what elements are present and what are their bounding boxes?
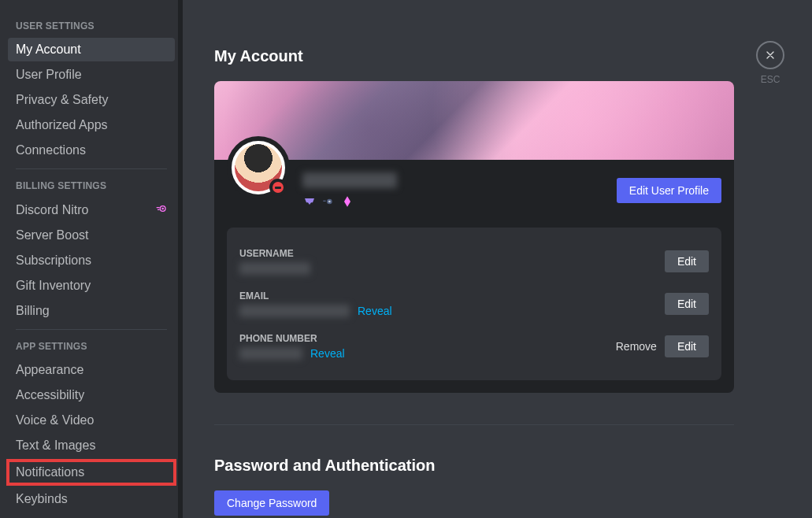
close-icon: [764, 49, 777, 61]
badge-row: [302, 194, 617, 209]
svg-rect-4: [323, 201, 325, 202]
sidebar-item-notifications[interactable]: Notifications: [6, 459, 176, 486]
sidebar-item-label: Notifications: [16, 465, 84, 479]
sidebar-item-authorized-apps[interactable]: Authorized Apps: [8, 113, 175, 137]
sidebar-item-label: Text & Images: [16, 438, 95, 453]
svg-point-3: [328, 201, 331, 203]
details-card: USERNAME Edit EMAIL Reveal Edit: [227, 228, 721, 380]
username-label: USERNAME: [239, 248, 665, 259]
sidebar-item-appearance[interactable]: Appearance: [8, 358, 175, 382]
dnd-status-icon: [269, 179, 287, 196]
sidebar-item-accessibility[interactable]: Accessibility: [8, 383, 175, 407]
sidebar-item-my-account[interactable]: My Account: [8, 38, 175, 61]
sidebar-item-connections[interactable]: Connections: [8, 139, 175, 162]
sidebar-item-gift-inventory[interactable]: Gift Inventory: [8, 274, 175, 298]
sidebar-item-privacy-safety[interactable]: Privacy & Safety: [8, 88, 175, 112]
sidebar-item-billing[interactable]: Billing: [8, 299, 175, 323]
account-card: Edit User Profile USERNAME Edit EMAIL Re…: [214, 81, 734, 393]
reveal-email-link[interactable]: Reveal: [358, 305, 392, 317]
sidebar-item-label: Gift Inventory: [16, 279, 91, 293]
edit-email-button[interactable]: Edit: [665, 293, 709, 315]
profile-info: [302, 172, 617, 209]
remove-phone-link[interactable]: Remove: [616, 340, 657, 353]
settings-content: ESC My Account Edit User Profile: [183, 0, 812, 518]
sidebar-item-label: Connections: [16, 143, 86, 157]
avatar: [227, 136, 290, 199]
close-button[interactable]: [756, 41, 784, 69]
profile-row: Edit User Profile: [214, 160, 734, 221]
email-value: [239, 305, 350, 317]
boost-badge-icon: [340, 194, 354, 209]
sidebar-item-label: Discord Nitro: [16, 203, 88, 217]
phone-row: PHONE NUMBER Reveal Remove Edit: [239, 325, 709, 368]
sidebar-item-label: Billing: [16, 304, 50, 318]
username-row: USERNAME Edit: [239, 240, 709, 283]
sidebar-item-label: Appearance: [16, 363, 83, 377]
email-label: EMAIL: [239, 290, 665, 302]
reveal-phone-link[interactable]: Reveal: [310, 347, 345, 360]
sidebar-item-label: Privacy & Safety: [16, 93, 108, 107]
divider: [16, 168, 167, 169]
edit-user-profile-button[interactable]: Edit User Profile: [617, 178, 721, 203]
hypesquad-badge-icon: [302, 194, 317, 209]
nitro-badge-icon: [321, 194, 336, 209]
sidebar-item-label: My Account: [16, 43, 81, 57]
sidebar-item-label: Voice & Video: [16, 413, 94, 427]
sidebar-item-server-boost[interactable]: Server Boost: [8, 224, 175, 247]
email-row: EMAIL Reveal Edit: [239, 283, 709, 325]
username-display: [302, 172, 397, 188]
sidebar-item-label: Server Boost: [16, 228, 88, 242]
phone-value: [239, 347, 302, 360]
phone-label: PHONE NUMBER: [239, 333, 616, 344]
sidebar-item-label: Authorized Apps: [16, 118, 108, 132]
section-title-billing: BILLING SETTINGS: [8, 176, 175, 196]
sidebar-item-keybinds[interactable]: Keybinds: [8, 487, 175, 511]
close-label: ESC: [761, 74, 780, 85]
section-title-user: USER SETTINGS: [8, 16, 175, 36]
sidebar-item-label: Keybinds: [16, 492, 68, 506]
edit-username-button[interactable]: Edit: [665, 250, 709, 272]
change-password-button[interactable]: Change Password: [214, 490, 329, 516]
sidebar-item-label: Accessibility: [16, 388, 84, 402]
edit-phone-button[interactable]: Edit: [665, 335, 709, 357]
settings-sidebar: USER SETTINGS My Account User Profile Pr…: [0, 0, 183, 518]
username-value: [239, 262, 310, 275]
sidebar-item-subscriptions[interactable]: Subscriptions: [8, 249, 175, 272]
sidebar-item-label: Subscriptions: [16, 253, 91, 268]
sidebar-item-text-images[interactable]: Text & Images: [8, 434, 175, 457]
sidebar-item-discord-nitro[interactable]: Discord Nitro: [8, 198, 175, 222]
sidebar-item-voice-video[interactable]: Voice & Video: [8, 409, 175, 432]
svg-point-1: [161, 208, 164, 210]
page-title: My Account: [214, 47, 780, 65]
divider: [214, 424, 734, 425]
password-section-title: Password and Authentication: [214, 457, 780, 475]
divider: [16, 329, 167, 330]
profile-banner: [214, 81, 734, 160]
section-title-app: APP SETTINGS: [8, 336, 175, 357]
nitro-icon: [154, 202, 167, 217]
sidebar-item-label: User Profile: [16, 68, 82, 82]
sidebar-item-user-profile[interactable]: User Profile: [8, 63, 175, 87]
close-area: ESC: [756, 41, 784, 85]
